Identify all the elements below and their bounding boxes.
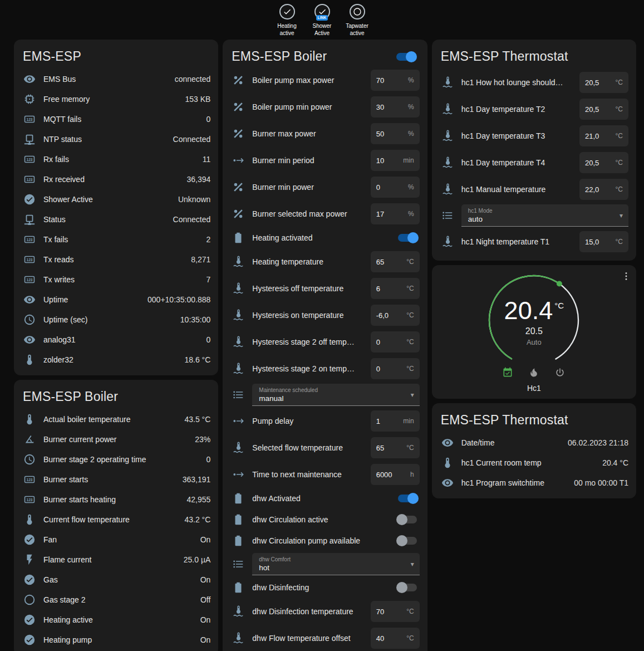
toggle-switch[interactable] [398,495,417,502]
number-input[interactable]: 6°C [371,278,420,299]
select-input[interactable]: dhw Comforthot▾ [252,553,419,575]
row-rx-received[interactable]: 123Rx received36,394 [23,169,210,189]
row-selected-flow-temperature: Selected flow temperature65°C [232,434,419,461]
select-input[interactable]: hc1 Modeauto▾ [461,204,628,227]
toggle-knob [396,535,407,546]
toggle-switch[interactable] [398,584,417,591]
row-hc1-program-switchtime[interactable]: hc1 Program switchtime00 mo 00:00 T1 [441,473,628,493]
toggle-switch[interactable] [398,516,417,523]
row-flame-current[interactable]: Flame current25.0 µA [23,550,210,570]
check-circle-icon [23,193,36,205]
number-input[interactable]: 0°C [371,331,420,353]
entity-name: Heating activated [252,233,393,242]
number-input[interactable]: 40°C [371,628,420,649]
number-input[interactable]: 17% [371,203,420,224]
number-input[interactable]: 1min [371,410,420,432]
row-ntp-status[interactable]: NTP statusConnected [23,129,210,149]
number-input[interactable]: 30% [371,96,420,118]
row-gas[interactable]: GasOn [23,570,210,590]
entity-name: Burner starts [43,475,178,484]
number-value: 40 [376,634,384,643]
entity-name: Status [43,215,169,224]
row-analog31[interactable]: analog310 [23,330,210,350]
row-hc1-day-temperature-t4: hc1 Day temperature T420,5°C [441,149,628,176]
row-ems-bus[interactable]: EMS Busconnected [23,69,210,89]
row-tx-writes[interactable]: 123Tx writes7 [23,270,210,290]
entity-name: Gas [43,575,196,584]
entity-name: Uptime [43,295,143,304]
more-options-icon[interactable] [621,271,632,284]
row-burner-starts-heating[interactable]: 123Burner starts heating42,955 [23,490,210,510]
number-input[interactable]: 70% [371,70,420,91]
number-input[interactable]: 0°C [371,358,420,379]
number-value: 30 [376,103,384,111]
number-input[interactable]: 20,5°C [579,72,628,93]
number-input[interactable]: 65°C [371,437,420,458]
row-mqtt-fails[interactable]: 123MQTT fails0 [23,109,210,129]
row-date-time[interactable]: Date/time06.02.2023 21:18 [441,433,628,453]
row-uptime-sec[interactable]: Uptime (sec)10:35:00 [23,310,210,330]
entity-name: Burner current power [43,435,190,444]
number-input[interactable]: 0% [371,177,420,198]
toggle-switch[interactable] [398,234,417,242]
row-burner-stage-2-operating-time[interactable]: Burner stage 2 operating time0 [23,449,210,469]
entity-value: 42,955 [187,495,211,504]
row-hc1-how-hot-lounge-should: hc1 How hot lounge should…20,5°C [441,69,628,96]
entity-name: Burner max power [252,129,366,138]
row-burner-selected-max-power: Burner selected max power17% [232,200,419,227]
row-actual-boiler-temperature[interactable]: Actual boiler temperature43.5 °C [23,409,210,429]
power-icon[interactable] [554,367,566,380]
row-shower-active[interactable]: Shower ActiveUnknown [23,189,210,209]
number-input[interactable]: 6000h [371,464,420,485]
number-input[interactable]: 22,0°C [579,179,628,200]
row-burner-starts[interactable]: 123Burner starts363,191 [23,469,210,490]
row-current-flow-temperature[interactable]: Current flow temperature43.2 °C [23,510,210,530]
number-input[interactable]: 10min [371,150,420,171]
row-heating-pump[interactable]: Heating pumpOn [23,630,210,650]
duration-icon [232,415,245,427]
number-input[interactable]: 50% [371,123,420,144]
row-rx-fails[interactable]: 123Rx fails11 [23,149,210,169]
row-tx-reads[interactable]: 123Tx reads8,271 [23,249,210,270]
entity-name: MQTT fails [43,115,202,124]
percent-icon [232,74,245,86]
row-heating-active[interactable]: Heating activeOn [23,610,210,630]
row-uptime[interactable]: Uptime000+10:35:00.888 [23,290,210,310]
select-label: Maintenance scheduled [259,387,405,393]
entity-list: EMS BusconnectedFree memory153 KB123MQTT… [14,69,218,375]
fire-icon[interactable] [528,367,539,380]
toggle-switch[interactable] [398,537,417,545]
calendar-check-icon[interactable] [502,367,513,380]
coolant-icon [232,309,245,321]
number-input[interactable]: 20,5°C [579,99,628,120]
counter-icon: 123 [23,173,36,185]
coolant-icon [441,236,454,248]
row-gas-stage-2[interactable]: Gas stage 2Off [23,590,210,610]
chevron-down-icon: ▾ [411,560,414,568]
select-input[interactable]: Maintenance scheduledmanual▾ [252,384,419,406]
badge-heating-active[interactable]: Heatingactive [271,4,303,37]
counter-icon: 123 [23,493,36,506]
entity-name: Shower Active [43,195,174,204]
thermostat-dial[interactable]: 20.4°C 20.5 Auto [485,271,583,369]
number-input[interactable]: 21,0°C [579,125,628,146]
entity-value: 8,271 [191,255,210,264]
badge-tapwater-active[interactable]: Tapwateractive [341,4,373,37]
row-zolder32[interactable]: zolder3218.6 °C [23,350,210,370]
row-status[interactable]: StatusConnected [23,209,210,229]
row-burner-current-power[interactable]: Burner current power23% [23,429,210,449]
row-tx-fails[interactable]: 123Tx fails2 [23,229,210,249]
number-input[interactable]: 15,0°C [579,231,628,252]
number-input[interactable]: -6,0°C [371,305,420,326]
row-fan[interactable]: FanOn [23,530,210,550]
entity-name: Pump delay [252,417,366,425]
number-input[interactable]: 70°C [371,601,420,622]
number-input[interactable]: 20,5°C [579,152,628,173]
coolant-icon [441,183,454,195]
eye-icon [441,437,454,449]
row-free-memory[interactable]: Free memory153 KB [23,89,210,109]
row-hc1-current-room-temp[interactable]: hc1 Current room temp20.4 °C [441,453,628,473]
card-master-toggle[interactable] [396,53,415,61]
badge-shower-active[interactable]: LINK ShowerActive [306,4,338,37]
number-input[interactable]: 65°C [371,251,420,272]
